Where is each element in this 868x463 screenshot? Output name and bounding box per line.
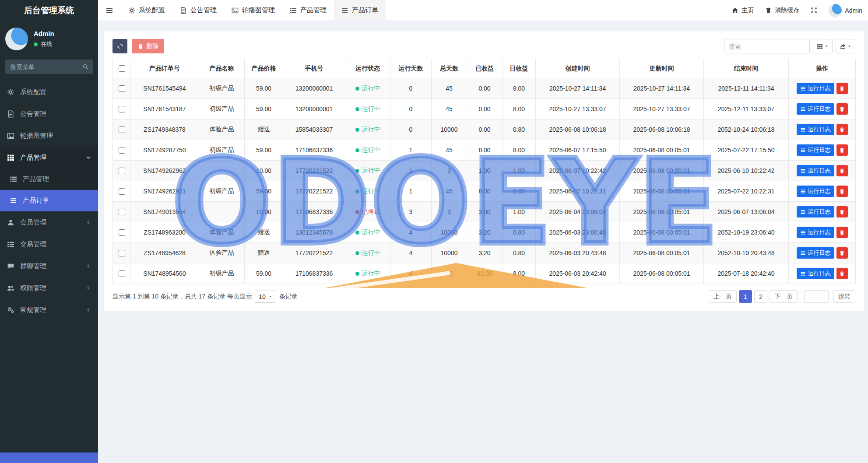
prev-page-button[interactable]: 上一页 [709,290,737,303]
gear-icon [7,88,14,96]
run-log-button[interactable]: 运行日志 [797,227,834,238]
run-log-button[interactable]: 运行日志 [797,83,834,94]
sidebar-item-carousel-management[interactable]: 轮播图管理 [0,125,98,147]
cell-earned: 3.00 [467,202,503,222]
hamburger-icon [106,7,113,14]
sidebar-item-label: 会员管理 [20,218,80,227]
run-log-button-label: 运行日志 [808,84,831,92]
delete-row-button[interactable] [836,83,848,94]
cell-total-days: 3 [432,161,467,181]
cell-daily: 8.00 [503,263,536,284]
tab-system-config[interactable]: 系统配置 [121,0,172,21]
row-checkbox[interactable] [119,126,125,133]
table-row: ZS1748963200体验产品赠送13012345678运行中4100003.… [113,222,856,243]
menu-search-input[interactable] [5,60,93,74]
sidebar-item-product-orders[interactable]: 产品订单 [0,190,98,211]
orders-table: 产品订单号产品名称产品价格手机号运行状态运行天数总天数已收益日收益创建时间更新时… [112,59,856,284]
sidebar-item-announcement-management[interactable]: 公告管理 [0,103,98,125]
delete-row-button[interactable] [836,165,848,176]
column-header: 操作 [789,59,856,78]
cell-status: 运行中 [345,222,390,243]
sidebar-item-product-management[interactable]: 产品管理 [0,168,98,190]
cell-created: 2025-06-03 20:43:48 [536,243,620,263]
row-checkbox[interactable] [119,168,125,174]
cell-order-no: SN1761545494 [130,78,199,99]
table-search-input[interactable] [724,39,810,53]
tab-product-management[interactable]: 产品管理 [282,0,334,21]
page-jump-input[interactable] [804,290,829,303]
sidebar-item-product-management[interactable]: 产品管理 [0,147,98,168]
status-label: 运行中 [362,167,380,174]
cell-price: 赠送 [245,222,283,243]
page-jump-button[interactable]: 跳转 [833,290,855,303]
nav-fullscreen[interactable] [805,0,823,21]
sidebar-item-permission-management[interactable]: 权限管理 [0,277,98,299]
row-checkbox[interactable] [119,229,125,236]
user-icon [7,219,14,226]
tab-carousel-management[interactable]: 轮播图管理 [224,0,282,21]
sidebar-item-member-management[interactable]: 会员管理 [0,211,98,233]
cell-created: 2025-06-07 10:22:42 [536,161,620,181]
lines-icon [800,209,806,215]
status-label: 运行中 [362,228,380,235]
columns-toggle-button[interactable] [813,39,833,53]
nav-user-menu[interactable]: Admin [823,0,868,21]
table-row: SN1749287750初级产品59.0017106837336运行中1458.… [113,140,856,161]
table-row: SN1761543187初级产品59.0013200000001运行中0450.… [113,99,856,119]
row-checkbox[interactable] [119,209,125,215]
delete-button[interactable]: 删除 [132,39,164,53]
page-button-2[interactable]: 2 [754,290,767,303]
sidebar-item-system-config[interactable]: 系统配置 [0,81,98,103]
select-all-checkbox[interactable] [119,65,125,72]
trash-icon [137,43,144,49]
run-log-button[interactable]: 运行日志 [797,206,834,217]
delete-row-button[interactable] [836,186,848,197]
run-log-button[interactable]: 运行日志 [797,124,834,135]
row-checkbox[interactable] [119,270,125,277]
delete-row-button[interactable] [836,103,848,115]
status-label: 运行中 [362,187,380,194]
row-checkbox[interactable] [119,85,125,92]
cell-phone: 13012345678 [283,222,345,243]
nav-home[interactable]: 主页 [726,0,759,21]
list-icon [10,175,17,183]
row-checkbox[interactable] [119,147,125,154]
run-log-button[interactable]: 运行日志 [797,165,834,176]
cell-phone: 17106837336 [283,202,345,222]
delete-row-button[interactable] [836,206,848,217]
run-log-button[interactable]: 运行日志 [797,247,834,259]
cell-status: 运行中 [345,140,390,161]
page-size-select[interactable]: 10 [255,291,276,303]
sidebar-toggle[interactable] [98,0,121,21]
row-checkbox[interactable] [119,188,125,195]
cell-product: 初级产品 [199,181,245,202]
row-checkbox[interactable] [119,106,125,112]
page-button-1[interactable]: 1 [739,290,752,303]
column-header: 创建时间 [536,59,620,78]
run-log-button[interactable]: 运行日志 [797,103,834,115]
sidebar-item-transaction-management[interactable]: 交易管理 [0,233,98,255]
delete-row-button[interactable] [836,227,848,238]
tab-product-orders[interactable]: 产品订单 [334,0,386,21]
delete-row-button[interactable] [836,144,848,156]
tab-announcement-management[interactable]: 公告管理 [172,0,224,21]
run-log-button[interactable]: 运行日志 [797,186,834,197]
nav-clear-cache[interactable]: 清除缓存 [759,0,805,21]
cell-order-no: SN1749013564 [130,202,199,222]
sidebar-item-group-chat-management[interactable]: 群聊管理 [0,255,98,277]
delete-row-button[interactable] [836,268,848,279]
chat-icon [7,263,14,270]
run-log-button-label: 运行日志 [808,270,831,277]
delete-row-button[interactable] [836,124,848,135]
export-button[interactable] [836,39,855,53]
next-page-button[interactable]: 下一页 [770,290,798,303]
refresh-button[interactable] [112,39,127,53]
run-log-button[interactable]: 运行日志 [797,144,834,156]
sidebar-item-general-management[interactable]: 常规管理 [0,299,98,321]
delete-row-button[interactable] [836,247,848,259]
run-log-button[interactable]: 运行日志 [797,268,834,279]
cell-created: 2025-06-04 13:06:04 [536,202,620,222]
cell-earned: 32.00 [467,263,503,284]
cell-created: 2025-10-27 14:11:34 [536,78,620,99]
row-checkbox[interactable] [119,250,125,256]
